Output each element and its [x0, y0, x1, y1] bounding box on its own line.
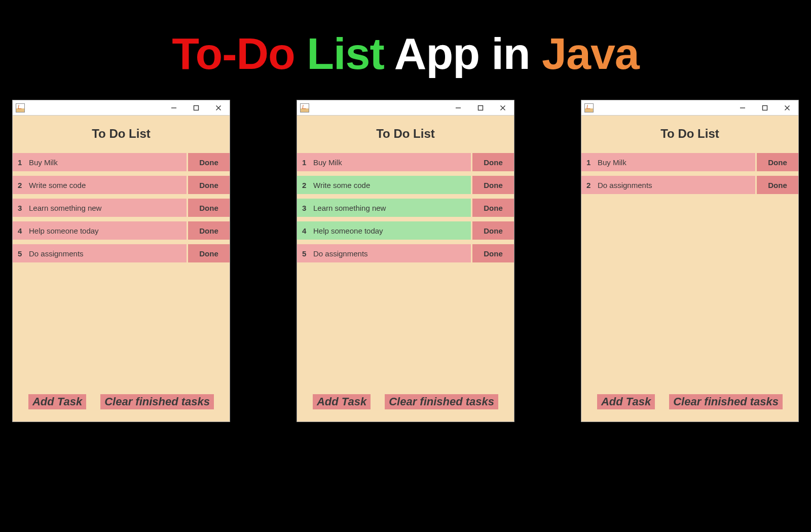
task-text: Do assignments	[313, 249, 368, 258]
done-button[interactable]: Done	[757, 153, 798, 171]
task-number: 5	[18, 249, 25, 258]
footer-buttons: Add TaskClear finished tasks	[13, 384, 230, 422]
add-task-button[interactable]: Add Task	[28, 394, 86, 409]
minimize-button[interactable]	[163, 100, 185, 116]
done-button[interactable]: Done	[472, 221, 514, 240]
task-item[interactable]: 4Help someone today	[13, 221, 187, 240]
task-number: 2	[302, 181, 309, 189]
app-title: To Do List	[581, 116, 798, 153]
task-number: 3	[302, 204, 309, 212]
banner-word	[295, 28, 307, 79]
app-window-2: To Do List1Buy MilkDone2Do assignmentsDo…	[581, 100, 799, 422]
done-button[interactable]: Done	[188, 244, 230, 262]
svg-rect-9	[763, 105, 767, 110]
task-number: 1	[302, 158, 309, 167]
task-item[interactable]: 5Do assignments	[297, 244, 471, 262]
task-text: Do assignments	[598, 181, 652, 189]
banner-word: Java	[542, 28, 639, 79]
task-number: 2	[18, 181, 25, 189]
done-button[interactable]: Done	[757, 176, 798, 194]
done-button[interactable]: Done	[472, 153, 514, 171]
task-text: Learn something new	[313, 204, 386, 212]
task-item[interactable]: 1Buy Milk	[13, 153, 187, 171]
task-item[interactable]: 1Buy Milk	[297, 153, 471, 171]
java-icon	[16, 103, 25, 112]
task-text: Learn something new	[29, 204, 101, 212]
maximize-button[interactable]	[754, 100, 776, 116]
java-icon	[300, 103, 309, 112]
app-title: To Do List	[13, 116, 230, 153]
close-button[interactable]	[776, 100, 798, 116]
task-list: 1Buy MilkDone2Write some codeDone3Learn …	[297, 153, 514, 267]
task-number: 1	[18, 158, 25, 167]
app-title: To Do List	[297, 116, 514, 153]
svg-rect-1	[194, 105, 199, 110]
done-button[interactable]: Done	[472, 176, 514, 194]
add-task-button[interactable]: Add Task	[313, 394, 371, 409]
task-text: Help someone today	[29, 226, 99, 235]
task-row: 2Write some codeDone	[297, 176, 514, 194]
java-icon	[584, 103, 594, 112]
task-row: 5Do assignmentsDone	[13, 244, 230, 262]
window-titlebar	[13, 100, 230, 116]
done-button[interactable]: Done	[188, 153, 230, 171]
footer-buttons: Add TaskClear finished tasks	[581, 384, 798, 422]
task-row: 2Write some codeDone	[13, 176, 230, 194]
window-titlebar	[581, 100, 798, 116]
task-row: 1Buy MilkDone	[297, 153, 514, 171]
task-item[interactable]: 1Buy Milk	[581, 153, 755, 171]
task-text: Write some code	[313, 181, 370, 189]
task-text: Write some code	[29, 181, 86, 189]
page-banner: To-Do List App in Java	[0, 0, 811, 100]
task-list: 1Buy MilkDone2Do assignmentsDone	[581, 153, 798, 199]
add-task-button[interactable]: Add Task	[597, 394, 655, 409]
banner-word: App in	[384, 28, 542, 79]
task-row: 2Do assignmentsDone	[581, 176, 798, 194]
done-button[interactable]: Done	[472, 244, 514, 262]
app-window-1: To Do List1Buy MilkDone2Write some codeD…	[297, 100, 514, 422]
clear-finished-button[interactable]: Clear finished tasks	[100, 394, 214, 409]
task-number: 3	[18, 204, 25, 212]
minimize-button[interactable]	[731, 100, 754, 116]
close-button[interactable]	[207, 100, 230, 116]
task-text: Buy Milk	[29, 158, 58, 167]
task-number: 5	[302, 249, 309, 258]
task-row: 3Learn something newDone	[13, 199, 230, 217]
clear-finished-button[interactable]: Clear finished tasks	[669, 394, 783, 409]
task-item[interactable]: 5Do assignments	[13, 244, 187, 262]
footer-buttons: Add TaskClear finished tasks	[297, 384, 514, 422]
task-list: 1Buy MilkDone2Write some codeDone3Learn …	[13, 153, 230, 267]
minimize-button[interactable]	[447, 100, 469, 116]
task-item[interactable]: 2Do assignments	[581, 176, 755, 194]
task-item[interactable]: 3Learn something new	[297, 199, 471, 217]
task-row: 3Learn something newDone	[297, 199, 514, 217]
close-button[interactable]	[492, 100, 514, 116]
task-text: Buy Milk	[313, 158, 342, 167]
window-titlebar	[297, 100, 514, 116]
task-row: 4Help someone todayDone	[297, 221, 514, 240]
done-button[interactable]: Done	[188, 176, 230, 194]
banner-word: List	[307, 28, 384, 79]
task-text: Do assignments	[29, 249, 84, 258]
task-number: 4	[18, 226, 25, 235]
task-row: 1Buy MilkDone	[13, 153, 230, 171]
task-number: 1	[586, 158, 594, 167]
task-number: 4	[302, 226, 309, 235]
maximize-button[interactable]	[185, 100, 207, 116]
task-text: Help someone today	[313, 226, 383, 235]
task-number: 2	[586, 181, 594, 189]
task-item[interactable]: 2Write some code	[297, 176, 471, 194]
task-row: 1Buy MilkDone	[581, 153, 798, 171]
task-text: Buy Milk	[598, 158, 626, 167]
done-button[interactable]: Done	[472, 199, 514, 217]
app-window-0: To Do List1Buy MilkDone2Write some codeD…	[12, 100, 230, 422]
task-item[interactable]: 2Write some code	[13, 176, 187, 194]
task-item[interactable]: 3Learn something new	[13, 199, 187, 217]
done-button[interactable]: Done	[188, 199, 230, 217]
svg-rect-5	[478, 105, 483, 110]
maximize-button[interactable]	[469, 100, 492, 116]
clear-finished-button[interactable]: Clear finished tasks	[385, 394, 498, 409]
task-item[interactable]: 4Help someone today	[297, 221, 471, 240]
done-button[interactable]: Done	[188, 221, 230, 240]
banner-word: To-Do	[172, 28, 295, 79]
